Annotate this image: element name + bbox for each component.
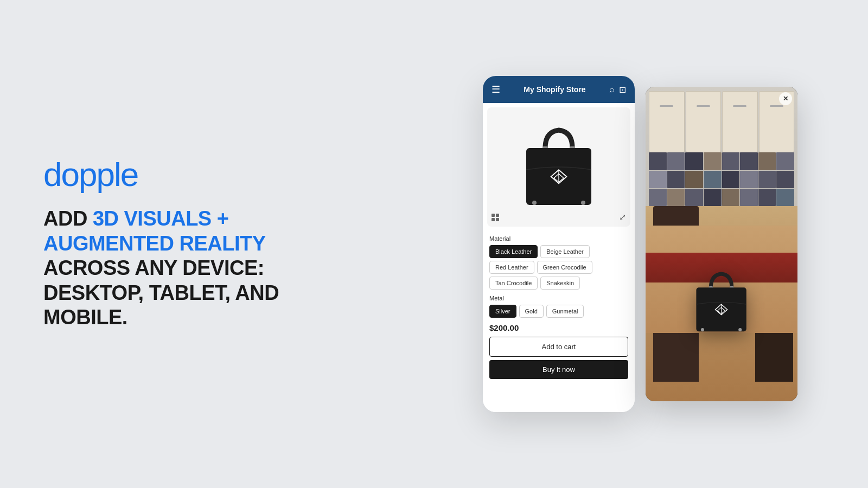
tagline-line4: DESKTOP, TABLET, AND — [43, 281, 347, 306]
product-price: $200.00 — [489, 323, 628, 332]
cart-icon[interactable]: ⊡ — [619, 85, 626, 95]
table-area — [646, 206, 797, 401]
hamburger-icon[interactable]: ☰ — [492, 84, 500, 95]
backsplash — [646, 152, 797, 206]
svg-point-7 — [581, 201, 585, 205]
option-snakeskin[interactable]: Snakeskin — [540, 277, 580, 290]
metal-option-group: Metal Silver Gold Gunmetal — [489, 295, 628, 318]
ar-bag-image — [688, 265, 755, 340]
phone-header: ☰ My Shopify Store ⌕ ⊡ — [483, 76, 635, 103]
tagline-line5: MOBILE. — [43, 305, 347, 330]
right-section: ☰ My Shopify Store ⌕ ⊡ — [456, 60, 825, 428]
cabinet-row — [646, 87, 797, 152]
ar-close-button[interactable]: ✕ — [779, 92, 792, 105]
option-silver[interactable]: Silver — [489, 305, 516, 318]
product-image-area: ⤢ — [487, 107, 630, 227]
page-container: dopple ADD 3D VISUALS + AUGMENTED REALIT… — [0, 0, 868, 488]
cabinet-2 — [686, 91, 722, 152]
metal-label: Metal — [489, 295, 628, 301]
metal-buttons: Silver Gold Gunmetal — [489, 305, 628, 318]
left-section: dopple ADD 3D VISUALS + AUGMENTED REALIT… — [43, 158, 347, 330]
tagline-highlight-1: 3D VISUALS + — [93, 207, 229, 230]
buy-now-button[interactable]: Buy it now — [489, 360, 628, 379]
tagline-line2: AUGMENTED REALITY — [43, 232, 347, 256]
add-to-cart-button[interactable]: Add to cart — [489, 337, 628, 357]
phone-mockup: ☰ My Shopify Store ⌕ ⊡ — [483, 76, 635, 412]
ar-bag-container — [688, 265, 755, 342]
kitchen-upper — [646, 87, 797, 206]
tagline-line1: ADD 3D VISUALS + — [43, 207, 347, 232]
logo: dopple — [43, 158, 347, 191]
option-black-leather[interactable]: Black Leather — [489, 245, 538, 258]
tagline-normal-1: ADD — [43, 207, 93, 230]
phone-content: ⤢ Material Black Leather Beige Leather R… — [483, 103, 635, 412]
material-label: Material — [489, 235, 628, 242]
svg-point-15 — [739, 328, 742, 331]
image-controls: ⤢ — [492, 212, 626, 222]
cabinet-1 — [649, 91, 685, 152]
option-green-crocodile[interactable]: Green Crocodile — [537, 261, 592, 274]
option-red-leather[interactable]: Red Leather — [489, 261, 534, 274]
store-title: My Shopify Store — [500, 85, 609, 94]
option-beige-leather[interactable]: Beige Leather — [540, 245, 590, 258]
tagline: ADD 3D VISUALS + AUGMENTED REALITY ACROS… — [43, 207, 347, 330]
svg-point-14 — [701, 328, 704, 331]
kitchen-scene — [646, 87, 797, 401]
material-option-group: Material Black Leather Beige Leather Red… — [489, 235, 628, 290]
option-gold[interactable]: Gold — [519, 305, 544, 318]
ar-panel: ✕ — [646, 87, 797, 401]
grid-view-icon[interactable] — [492, 214, 501, 221]
svg-point-6 — [532, 201, 537, 205]
cabinet-3 — [722, 91, 758, 152]
product-details: Material Black Leather Beige Leather Red… — [483, 231, 635, 383]
expand-icon[interactable]: ⤢ — [619, 212, 626, 222]
search-icon[interactable]: ⌕ — [609, 85, 615, 94]
tagline-line3: ACROSS ANY DEVICE: — [43, 256, 347, 281]
material-buttons: Black Leather Beige Leather Red Leather … — [489, 245, 628, 290]
product-bag-image — [515, 118, 602, 216]
option-tan-crocodile[interactable]: Tan Crocodile — [489, 277, 538, 290]
option-gunmetal[interactable]: Gunmetal — [546, 305, 584, 318]
